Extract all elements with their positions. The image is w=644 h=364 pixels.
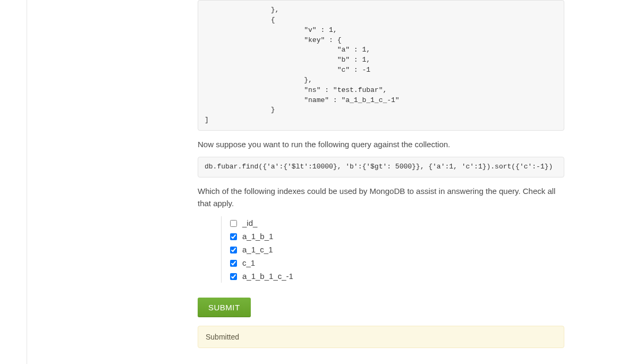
option-id[interactable]: _id_ — [230, 216, 564, 230]
answer-options: _id_ a_1_b_1 a_1_c_1 c_1 a_1_b_1_c_-1 — [221, 216, 564, 283]
option-c1[interactable]: c_1 — [230, 256, 564, 269]
option-id-checkbox[interactable] — [230, 220, 237, 227]
option-c1-checkbox[interactable] — [230, 260, 237, 267]
option-a1b1c-1-checkbox[interactable] — [230, 273, 237, 280]
option-a1c1[interactable]: a_1_c_1 — [230, 243, 564, 256]
sidebar-divider — [27, 0, 27, 348]
option-label: a_1_c_1 — [242, 245, 273, 254]
code-block-index-listing: }, { "v" : 1, "key" : { "a" : 1, "b" : 1… — [198, 0, 564, 131]
code-block-query: db.fubar.find({'a':{'$lt':10000}, 'b':{'… — [198, 157, 564, 177]
prose-question: Which of the following indexes could be … — [198, 185, 564, 210]
option-a1b1-checkbox[interactable] — [230, 233, 237, 240]
option-a1c1-checkbox[interactable] — [230, 247, 237, 253]
option-a1b1c-1[interactable]: a_1_b_1_c_-1 — [230, 269, 564, 283]
option-label: a_1_b_1_c_-1 — [242, 272, 293, 281]
option-label: _id_ — [242, 218, 257, 227]
option-label: c_1 — [242, 258, 255, 267]
option-label: a_1_b_1 — [242, 232, 273, 241]
submit-button[interactable]: Submit — [198, 298, 251, 317]
status-badge: Submitted — [198, 326, 564, 348]
option-a1b1[interactable]: a_1_b_1 — [230, 230, 564, 243]
content-area: }, { "v" : 1, "key" : { "a" : 1, "b" : 1… — [0, 0, 644, 348]
prose-query-intro: Now suppose you want to run the followin… — [198, 138, 564, 150]
